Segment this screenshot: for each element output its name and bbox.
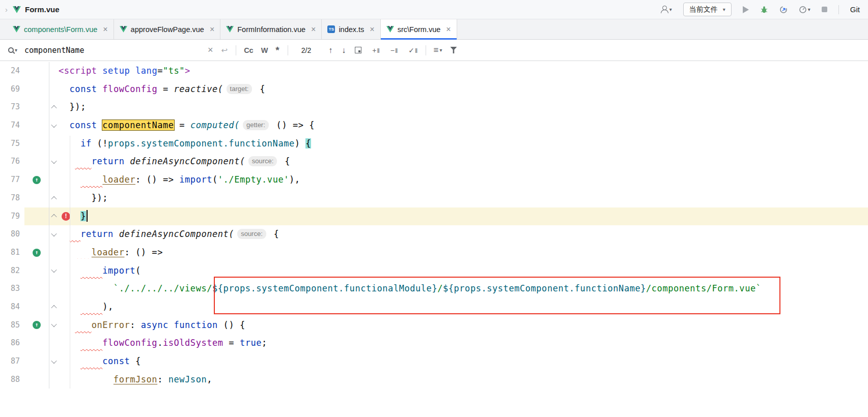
- close-tab-icon[interactable]: ×: [370, 25, 374, 34]
- match-count: 2/2: [301, 46, 311, 54]
- code-line[interactable]: return defineAsyncComponent(source: {: [59, 153, 868, 171]
- editor-line-88: 88 formJson: newJson,: [0, 371, 868, 389]
- line-number[interactable]: 87: [0, 352, 24, 371]
- gutter-arrow-icon[interactable]: ↑: [33, 249, 41, 257]
- gutter-icon-column: ↑: [24, 316, 49, 335]
- inlay-hint: target:: [227, 84, 253, 94]
- line-number[interactable]: 88: [0, 371, 24, 389]
- code-line[interactable]: ),: [59, 298, 868, 316]
- code-line[interactable]: loader: () =>: [59, 244, 868, 262]
- code-segment: defineAsyncComponent(: [130, 156, 245, 166]
- tab-approveflowpage-vue[interactable]: approveFlowPage.vue×: [114, 19, 221, 39]
- code-editor[interactable]: 24<script setup lang="ts">69 const flowC…: [0, 61, 868, 417]
- fold-down-icon[interactable]: [51, 122, 57, 128]
- fold-up-icon[interactable]: [51, 305, 57, 311]
- line-number[interactable]: 78: [0, 189, 24, 207]
- tab-components-form-vue[interactable]: components\Form.vue×: [7, 19, 114, 39]
- previous-match-icon[interactable]: ↑: [328, 46, 332, 55]
- code-line[interactable]: loader: () => import('./Empty.vue'),: [59, 171, 868, 189]
- line-number[interactable]: 84: [0, 298, 24, 316]
- line-number[interactable]: 85: [0, 316, 24, 335]
- line-number[interactable]: 73: [0, 98, 24, 116]
- newline-icon[interactable]: ↩: [221, 46, 228, 55]
- run-configuration-selector[interactable]: 当前文件 ▾: [683, 3, 732, 16]
- inlay-hint: source:: [237, 229, 266, 239]
- code-line[interactable]: if (!props.systemComponent.functionName)…: [59, 135, 868, 153]
- code-line[interactable]: const {: [59, 352, 868, 371]
- close-tab-icon[interactable]: ×: [446, 25, 451, 34]
- tab-src-form-vue[interactable]: src\Form.vue×: [381, 19, 457, 39]
- gutter-arrow-icon[interactable]: ↑: [33, 176, 41, 184]
- run-button[interactable]: [743, 6, 749, 13]
- line-number[interactable]: 86: [0, 334, 24, 352]
- code-segment: ),: [289, 174, 300, 185]
- find-bar: ▾ componentName × ↩ Cc W * 2/2 ↑ ↓ +‖ −‖…: [0, 40, 868, 61]
- search-icon[interactable]: [8, 47, 14, 53]
- remove-occurrence-icon[interactable]: −‖: [390, 46, 398, 54]
- code-segment: : () =>: [124, 247, 163, 257]
- code-line[interactable]: `./../../../views/${props.systemComponen…: [59, 280, 868, 298]
- close-tab-icon[interactable]: ×: [311, 25, 316, 34]
- line-number[interactable]: 69: [0, 80, 24, 99]
- line-number[interactable]: 24: [0, 62, 24, 80]
- fold-down-icon[interactable]: [51, 358, 57, 364]
- tab-forminformation-vue[interactable]: FormInformation.vue×: [220, 19, 322, 39]
- fold-up-icon[interactable]: [51, 214, 57, 220]
- search-options-icon[interactable]: ≡▾: [433, 45, 442, 55]
- fold-down-icon[interactable]: [51, 231, 57, 236]
- next-match-icon[interactable]: ↓: [342, 46, 346, 55]
- code-with-me-button[interactable]: ▾: [660, 6, 672, 13]
- whole-words-toggle[interactable]: W: [261, 46, 268, 54]
- line-number[interactable]: 74: [0, 116, 24, 135]
- coverage-button[interactable]: [779, 6, 788, 14]
- close-tab-icon[interactable]: ×: [103, 25, 107, 34]
- line-number[interactable]: 81: [0, 244, 24, 262]
- search-input[interactable]: componentName: [24, 46, 208, 55]
- line-number[interactable]: 76: [0, 153, 24, 171]
- select-all-occurrences-icon[interactable]: ✓‖: [408, 46, 417, 54]
- gutter-arrow-icon[interactable]: ↑: [33, 321, 41, 329]
- close-tab-icon[interactable]: ×: [210, 25, 214, 34]
- code-line[interactable]: });: [59, 98, 868, 116]
- code-line[interactable]: const flowConfig = reactive(target: {: [59, 80, 868, 99]
- add-occurrence-icon[interactable]: +‖: [372, 46, 380, 54]
- tab-index-ts[interactable]: TSindex.ts×: [322, 19, 380, 39]
- code-line[interactable]: formJson: newJson,: [59, 371, 868, 389]
- error-icon[interactable]: !: [62, 212, 70, 221]
- fold-down-icon[interactable]: [51, 267, 57, 273]
- git-menu[interactable]: Git: [850, 5, 860, 14]
- line-number[interactable]: 79: [0, 207, 24, 226]
- editor-tabs: components\Form.vue×approveFlowPage.vue×…: [0, 19, 868, 40]
- code-line[interactable]: onError: async function () {: [59, 316, 868, 335]
- code-line[interactable]: }: [59, 207, 868, 226]
- code-segment: <script: [59, 66, 97, 76]
- findbar-divider: [288, 45, 288, 55]
- code-line[interactable]: import(: [59, 262, 868, 280]
- clear-search-icon[interactable]: ×: [208, 45, 213, 55]
- stop-button[interactable]: [822, 7, 827, 12]
- code-line[interactable]: });: [59, 189, 868, 207]
- code-segment: `./../../../views/: [114, 283, 212, 293]
- code-line[interactable]: return defineAsyncComponent(source: {: [59, 225, 868, 244]
- match-case-toggle[interactable]: Cc: [244, 46, 254, 54]
- search-history-chevron-icon[interactable]: ▾: [15, 47, 17, 53]
- fold-column: [49, 80, 59, 99]
- fold-up-icon[interactable]: [51, 196, 57, 201]
- fold-up-icon[interactable]: [51, 105, 57, 111]
- line-number[interactable]: 80: [0, 225, 24, 244]
- line-number[interactable]: 75: [0, 135, 24, 153]
- code-line[interactable]: <script setup lang="ts">: [59, 62, 868, 80]
- fold-down-icon[interactable]: [51, 158, 57, 164]
- line-number[interactable]: 77: [0, 171, 24, 189]
- fold-down-icon[interactable]: [51, 321, 57, 327]
- line-number[interactable]: 82: [0, 262, 24, 280]
- code-line[interactable]: const componentName = computed(getter: (…: [59, 116, 868, 135]
- line-number[interactable]: 83: [0, 280, 24, 298]
- debug-button[interactable]: [760, 6, 768, 14]
- code-line[interactable]: flowConfig.isOldSystem = true;: [59, 334, 868, 352]
- code-segment: [59, 338, 80, 348]
- open-in-find-window-icon[interactable]: [355, 47, 361, 53]
- filter-icon[interactable]: [450, 47, 457, 53]
- regex-toggle[interactable]: *: [275, 48, 279, 53]
- profiler-button[interactable]: ▾: [799, 6, 810, 14]
